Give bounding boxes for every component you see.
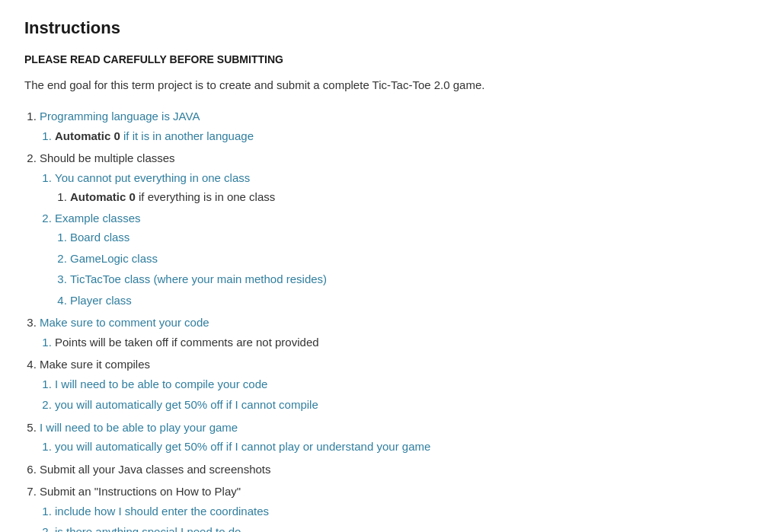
list-item: Automatic 0 if everything is in one clas… [70,187,756,207]
list-item: I will need to be able to play your game… [40,418,756,457]
list-item: TicTacToe class (where your main method … [70,269,756,289]
sub-list: include how I should enter the coordinat… [55,502,756,533]
list-item: GameLogic class [70,249,756,269]
main-list: Programming language is JAVA Automatic 0… [40,107,756,532]
list-item: include how I should enter the coordinat… [55,502,756,521]
list-item: Make sure to comment your code Points wi… [40,313,756,352]
list-item: is there anything special I need to do [55,522,756,532]
list-item: Submit an "Instructions on How to Play" … [40,482,756,532]
sub-list: you will automatically get 50% off if I … [55,437,756,457]
list-item: Programming language is JAVA Automatic 0… [40,107,756,145]
list-item: You cannot put everything in one class A… [55,168,756,207]
list-item: Points will be taken off if comments are… [55,333,756,352]
list-item: Player class [70,291,756,311]
sub-list: Automatic 0 if it is in another language [55,126,756,146]
sub-sub-list: Board class GameLogic class TicTacToe cl… [70,228,756,310]
list-item: Example classes Board class GameLogic cl… [55,209,756,311]
list-item: Make sure it compiles I will need to be … [40,355,756,415]
item-text: Should be multiple classes [40,151,175,164]
list-item: I will need to be able to compile your c… [55,374,756,394]
list-item: you will automatically get 50% off if I … [55,395,756,415]
item-text: Programming language is JAVA [40,110,200,123]
page-title: Instructions [24,18,756,38]
list-item: Submit all your Java classes and screens… [40,460,756,479]
list-item: you will automatically get 50% off if I … [55,437,756,457]
warning-text: PLEASE READ CAREFULLY BEFORE SUBMITTING [24,53,756,65]
sub-list: You cannot put everything in one class A… [55,168,756,311]
intro-text: The end goal for this term project is to… [24,76,756,94]
list-item: Should be multiple classes You cannot pu… [40,148,756,310]
sub-sub-list: Automatic 0 if everything is in one clas… [70,187,756,207]
list-item: Board class [70,228,756,247]
sub-list: Points will be taken off if comments are… [55,333,756,352]
list-item: Automatic 0 if it is in another language [55,126,756,146]
sub-list: I will need to be able to compile your c… [55,374,756,415]
